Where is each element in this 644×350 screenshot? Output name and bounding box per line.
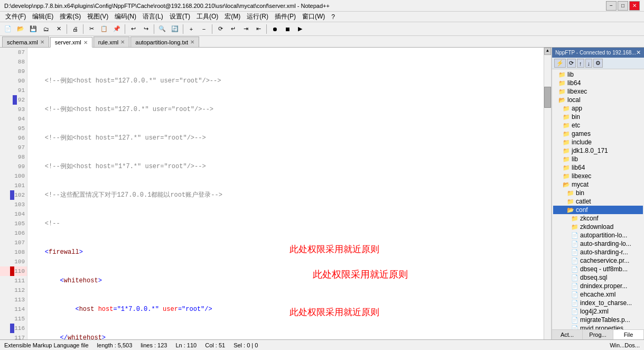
- scroll-track[interactable]: [544, 55, 551, 339]
- paste-button[interactable]: 📌: [111, 23, 123, 35]
- sidebar-btn-settings[interactable]: ⚙: [593, 59, 603, 68]
- tree-item-auto-sharding-r[interactable]: 📄auto-sharding-r...: [553, 248, 643, 256]
- code-area[interactable]: <!--例如<host host="127.0.0.*" user="root"…: [27, 48, 544, 339]
- menu-search[interactable]: 搜索(S): [57, 11, 84, 22]
- status-lines: lines : 123: [141, 342, 167, 348]
- tree-item-libexec-local[interactable]: 📁libexec: [553, 172, 643, 180]
- cut-button[interactable]: ✂: [86, 23, 97, 35]
- menu-window[interactable]: 窗口(W): [299, 11, 328, 22]
- new-button[interactable]: 📄: [2, 23, 14, 35]
- tree-item-dbseq-sql[interactable]: 📄dbseq.sql: [553, 273, 643, 282]
- close-button2[interactable]: ✕: [53, 23, 64, 35]
- zoom-out-button[interactable]: −: [198, 23, 210, 35]
- menu-file[interactable]: 文件(F): [2, 11, 29, 22]
- copy-button[interactable]: 📋: [98, 23, 110, 35]
- menu-settings[interactable]: 设置(T): [166, 11, 193, 22]
- indent-button[interactable]: ⇥: [240, 23, 251, 35]
- menu-tools[interactable]: 工具(O): [193, 11, 221, 22]
- play-button[interactable]: ▶: [294, 23, 306, 35]
- tree-item-app[interactable]: 📁app: [553, 104, 643, 113]
- redo-button[interactable]: ↪: [140, 23, 152, 35]
- minimize-button[interactable]: −: [606, 1, 617, 11]
- tab-close-schema[interactable]: ✕: [40, 39, 44, 45]
- tab-autopartition[interactable]: autopartition-long.txt ✕: [130, 36, 199, 47]
- tree-item-lib64-local[interactable]: 📁lib64: [553, 163, 643, 172]
- tree-item-conf[interactable]: 📂conf: [553, 206, 643, 214]
- tree-item-autopartition[interactable]: 📄autopartition-lo...: [553, 231, 643, 240]
- tree-item-mycat[interactable]: 📂mycat: [553, 180, 643, 189]
- tab-close-rule[interactable]: ✕: [120, 39, 125, 45]
- tree-item-mycat-bin[interactable]: 📁bin: [553, 189, 643, 197]
- tree-item-etc[interactable]: 📁etc: [553, 121, 643, 130]
- tree-item-games[interactable]: 📁games: [553, 130, 643, 138]
- sidebar-btn-download[interactable]: ↓: [585, 59, 593, 68]
- open-button[interactable]: 📂: [15, 23, 26, 35]
- tree-item-bin[interactable]: 📁bin: [553, 113, 643, 121]
- tree-item-zkconf[interactable]: 📁zkconf: [553, 214, 643, 223]
- record-button[interactable]: ⏺: [269, 23, 281, 35]
- menu-edit[interactable]: 编辑(E): [29, 11, 57, 22]
- tab-server[interactable]: server.xml ✕: [50, 37, 92, 48]
- find-button[interactable]: 🔍: [156, 23, 168, 35]
- tree-item-cacheservice[interactable]: 📄cacheservice.pr...: [553, 256, 643, 265]
- scroll-thumb[interactable]: [544, 87, 551, 108]
- folder-icon-libexec-local: 📁: [563, 173, 570, 180]
- tree-item-ehcache[interactable]: 📄ehcache.xml: [553, 290, 643, 299]
- save-button[interactable]: 💾: [27, 23, 39, 35]
- sidebar-btn-upload[interactable]: ↑: [577, 59, 584, 68]
- maximize-button[interactable]: □: [618, 1, 628, 11]
- tree-item-log4j2[interactable]: 📄log4j2.xml: [553, 307, 643, 316]
- replace-button[interactable]: 🔄: [169, 23, 181, 35]
- tree-item-dbseq-utf8[interactable]: 📄dbseq - utf8mb...: [553, 265, 643, 273]
- menu-run[interactable]: 运行(R): [244, 11, 272, 22]
- sidebar-btn-refresh[interactable]: ⟳: [567, 59, 576, 68]
- line-num-96: 96: [0, 133, 27, 143]
- tab-close-autopartition[interactable]: ✕: [190, 39, 194, 45]
- close-button[interactable]: ✕: [629, 1, 640, 11]
- file-icon-index-to-charse: 📄: [571, 300, 578, 307]
- tree-item-lib64[interactable]: 📁lib64: [553, 79, 643, 87]
- tree-item-migratetables[interactable]: 📄migrateTables.p...: [553, 316, 643, 324]
- tab-rule[interactable]: rule.xml ✕: [94, 36, 130, 47]
- tree-item-include[interactable]: 📁include: [553, 138, 643, 146]
- line-num-112: 112: [0, 285, 27, 295]
- tab-close-server[interactable]: ✕: [83, 40, 88, 45]
- menu-lang[interactable]: 语言(L): [139, 11, 166, 22]
- sync-button[interactable]: ⟳: [214, 23, 226, 35]
- stop-button[interactable]: ⏹: [282, 23, 293, 35]
- sidebar-btn-connect[interactable]: ⚡: [554, 59, 566, 68]
- scroll-up-button[interactable]: ▲: [544, 48, 551, 55]
- line-num-98: 98: [0, 152, 27, 162]
- tree-item-jdk[interactable]: 📁jdk1.8.0_171: [553, 146, 643, 155]
- zoom-in-button[interactable]: +: [185, 23, 197, 35]
- wrap-button[interactable]: ↵: [227, 23, 239, 35]
- sidebar-tree[interactable]: 📁lib 📁lib64 📁libexec 📂local 📁app 📁bin 📁e…: [552, 69, 644, 329]
- sidebar-tab-act[interactable]: Act...: [552, 330, 583, 339]
- menu-help[interactable]: ?: [328, 12, 338, 22]
- tree-item-lib-local[interactable]: 📁lib: [553, 155, 643, 163]
- tree-item-index-to-charse[interactable]: 📄index_to_charse...: [553, 299, 643, 307]
- menu-view[interactable]: 视图(V): [84, 11, 111, 22]
- tree-item-dnindex[interactable]: 📄dnindex.proper...: [553, 282, 643, 290]
- sidebar-tab-prog[interactable]: Prog...: [583, 330, 613, 339]
- tab-schema[interactable]: schema.xml ✕: [2, 36, 49, 47]
- menu-encode[interactable]: 编码(N): [111, 11, 139, 22]
- print-button[interactable]: 🖨: [69, 23, 81, 35]
- tree-item-catlet[interactable]: 📁catlet: [553, 197, 643, 206]
- tree-item-zkdownload[interactable]: 📁zkdownload: [553, 223, 643, 231]
- tree-item-auto-sharding-lo[interactable]: 📄auto-sharding-lo...: [553, 240, 643, 248]
- folder-icon-catlet: 📁: [567, 198, 574, 205]
- tree-item-lib[interactable]: 📁lib: [553, 70, 643, 79]
- undo-button[interactable]: ↩: [127, 23, 139, 35]
- editor[interactable]: 87 88 89 90 91 92 93 94 95 96 97 98 99 1…: [0, 48, 552, 339]
- sidebar-tab-file[interactable]: File: [613, 330, 644, 339]
- tree-item-myid[interactable]: 📄myid.properties: [553, 324, 643, 329]
- deindent-button[interactable]: ⇤: [253, 23, 264, 35]
- tree-item-local[interactable]: 📂local: [553, 96, 643, 104]
- menu-plugins[interactable]: 插件(P): [272, 11, 299, 22]
- tree-item-libexec[interactable]: 📁libexec: [553, 87, 643, 96]
- sidebar-close[interactable]: ✕: [636, 49, 641, 56]
- menu-macro[interactable]: 宏(M): [221, 11, 244, 22]
- vertical-scrollbar[interactable]: ▲ ▼: [544, 48, 551, 339]
- save-all-button[interactable]: 🗂: [40, 23, 52, 35]
